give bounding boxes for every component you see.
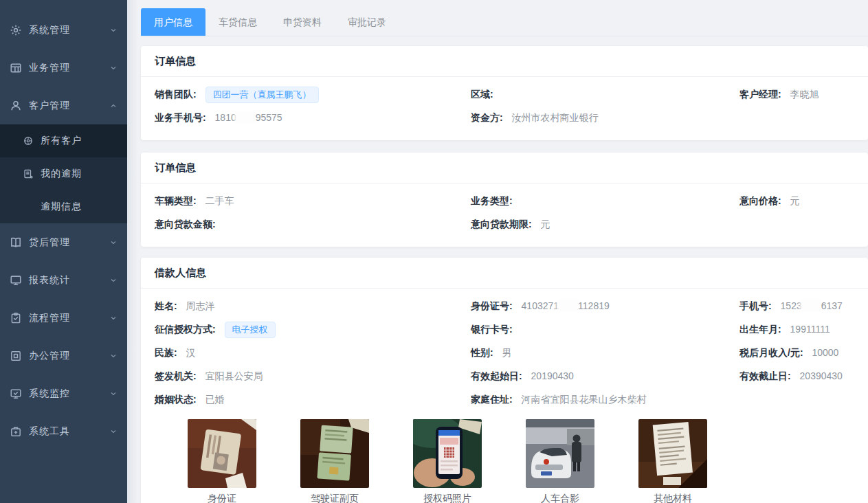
field-label: 资金方: bbox=[471, 112, 503, 123]
sidebar-item-label: 客户管理 bbox=[29, 100, 109, 112]
field-label: 业务手机号: bbox=[155, 112, 206, 123]
field-value: 周志洋 bbox=[186, 300, 215, 311]
photo-caption: 身份证 bbox=[188, 493, 256, 503]
field-value: 元 bbox=[790, 195, 800, 206]
document-photo-image bbox=[638, 419, 707, 488]
sidebar-item-office-management[interactable]: 办公管理 bbox=[0, 337, 127, 375]
chevron-down-icon bbox=[109, 238, 118, 247]
sidebar-subitem-my-overdue[interactable]: 我的逾期 bbox=[0, 157, 127, 190]
field-value: 已婚 bbox=[205, 394, 225, 405]
sidebar-item-business-management[interactable]: 业务管理 bbox=[0, 49, 127, 87]
field-label: 婚姻状态: bbox=[155, 394, 197, 405]
tab-car-loan-info[interactable]: 车贷信息 bbox=[205, 8, 270, 36]
tab-approval-records[interactable]: 审批记录 bbox=[335, 8, 399, 36]
id-card-photo-image bbox=[188, 419, 256, 488]
field-funder: 资金方: 汝州市农村商业银行 bbox=[471, 106, 739, 129]
sidebar-item-system-monitor[interactable]: 系统监控 bbox=[0, 375, 127, 412]
sidebar-subitem-overdue-info[interactable]: 逾期信息 bbox=[0, 190, 127, 223]
sidebar-item-label: 流程管理 bbox=[29, 312, 109, 324]
photo-caption: 其他材料 bbox=[638, 493, 707, 503]
field-intent-loan-amount: 意向贷款金额: bbox=[155, 212, 471, 236]
chevron-down-icon bbox=[109, 352, 118, 360]
field-business-type: 业务类型: bbox=[471, 189, 739, 212]
field-value: 4103271112819 bbox=[522, 300, 610, 311]
borrower-photos: 身份证 bbox=[188, 419, 854, 503]
license-booklet-photo-image bbox=[300, 419, 369, 488]
field-label: 家庭住址: bbox=[471, 394, 513, 405]
chevron-down-icon bbox=[109, 276, 118, 284]
field-value: 二手车 bbox=[205, 195, 234, 206]
sidebar-subitem-label: 逾期信息 bbox=[41, 201, 127, 213]
field-label: 客户经理: bbox=[739, 89, 781, 100]
field-mobile: 手机号: 15236137 bbox=[739, 294, 854, 317]
section-title: 借款人信息 bbox=[141, 258, 868, 289]
sidebar-subitem-label: 我的逾期 bbox=[41, 168, 127, 180]
sidebar-item-system-management[interactable]: 系统管理 bbox=[0, 11, 127, 49]
sidebar-item-label: 报表统计 bbox=[29, 274, 109, 287]
field-valid-to: 有效截止日: 20390430 bbox=[739, 364, 854, 388]
sidebar-item-system-tools[interactable]: 系统工具 bbox=[0, 412, 127, 450]
sidebar-item-report-statistics[interactable]: 报表统计 bbox=[0, 261, 127, 299]
photo-document-paper[interactable]: 其他材料 bbox=[638, 419, 707, 503]
auth-qr-photo-image bbox=[413, 419, 482, 488]
field-birth: 出生年月: 19911111 bbox=[739, 317, 854, 341]
detail-tabs: 用户信息 车贷信息 申贷资料 审批记录 bbox=[141, 8, 868, 36]
chevron-down-icon bbox=[109, 427, 118, 436]
chevron-down-icon bbox=[109, 64, 118, 72]
sales-team-tag: 四团一营（直属王鹏飞） bbox=[205, 87, 319, 103]
sidebar-item-label: 贷后管理 bbox=[29, 236, 109, 249]
field-value: 男 bbox=[502, 347, 512, 358]
field-customer-manager: 客户经理: 李晓旭 bbox=[739, 82, 854, 106]
field-value: 20390430 bbox=[800, 370, 843, 381]
field-label: 民族: bbox=[155, 347, 177, 358]
customers-icon bbox=[23, 135, 34, 146]
field-label: 区域: bbox=[471, 89, 493, 100]
field-label: 姓名: bbox=[155, 300, 177, 311]
borrower-info-card: 借款人信息 姓名: 周志洋 身份证号: 4103271112819 手机号: 1… bbox=[141, 258, 868, 503]
sidebar-item-postloan-management[interactable]: 贷后管理 bbox=[0, 223, 127, 261]
field-value: 宜阳县公安局 bbox=[205, 370, 263, 381]
field-value: 汝州市农村商业银行 bbox=[512, 112, 599, 123]
photo-person-with-car[interactable]: 人车合影 bbox=[526, 419, 594, 503]
field-vehicle-type: 车辆类型: 二手车 bbox=[155, 189, 471, 212]
tab-loan-application-docs[interactable]: 申贷资料 bbox=[270, 8, 335, 36]
monitor-check-icon bbox=[10, 388, 22, 400]
field-bank-card: 银行卡号: bbox=[471, 317, 739, 341]
grid-icon bbox=[10, 62, 22, 74]
sidebar-item-process-management[interactable]: 流程管理 bbox=[0, 299, 127, 337]
sidebar-item-label: 业务管理 bbox=[29, 62, 109, 74]
field-value: 李晓旭 bbox=[790, 89, 819, 100]
field-business-phone: 业务手机号: 181095575 bbox=[155, 106, 471, 129]
field-value: 元 bbox=[541, 219, 550, 230]
loan-intent-card: 订单信息 车辆类型: 二手车 业务类型: 意向价格: 元 bbox=[141, 153, 868, 247]
open-book-icon bbox=[10, 236, 22, 249]
sidebar-subitem-all-customers[interactable]: 所有客户 bbox=[0, 124, 127, 157]
field-ethnicity: 民族: 汉 bbox=[155, 341, 471, 364]
field-label: 意向贷款金额: bbox=[155, 219, 216, 230]
redaction-blur bbox=[802, 301, 821, 310]
field-intent-price: 意向价格: 元 bbox=[739, 189, 854, 212]
field-value: 181095575 bbox=[215, 112, 282, 123]
field-label: 有效截止日: bbox=[739, 370, 791, 381]
field-home-address: 家庭住址: 河南省宜阳县花果山乡木柴村 bbox=[471, 388, 739, 411]
photo-caption: 授权码照片 bbox=[413, 493, 482, 503]
sidebar-item-label: 系统管理 bbox=[29, 24, 109, 36]
chevron-up-icon bbox=[109, 102, 118, 110]
photo-auth-qr-code[interactable]: 授权码照片 bbox=[413, 419, 482, 503]
field-label: 税后月收入/元: bbox=[739, 347, 803, 358]
chevron-down-icon bbox=[109, 314, 118, 322]
sidebar: 系统管理 业务管理 客户管理 bbox=[0, 0, 127, 503]
main-content: 用户信息 车贷信息 申贷资料 审批记录 订单信息 销售团队: 四团一营（直属王鹏… bbox=[127, 0, 868, 503]
field-credit-auth: 征信授权方式: 电子授权 bbox=[155, 317, 471, 341]
tab-user-info[interactable]: 用户信息 bbox=[141, 8, 205, 36]
order-info-card: 订单信息 销售团队: 四团一营（直属王鹏飞） 区域: 客户经理: 李晓旭 bbox=[141, 46, 868, 140]
person-car-photo-image bbox=[526, 419, 594, 488]
field-marital-status: 婚姻状态: 已婚 bbox=[155, 388, 471, 411]
sidebar-item-customer-management[interactable]: 客户管理 bbox=[0, 87, 127, 124]
photo-id-card[interactable]: 身份证 bbox=[188, 419, 256, 503]
clipboard-icon bbox=[10, 312, 22, 324]
field-intent-loan-term: 意向贷款期限: 元 bbox=[471, 212, 739, 236]
user-icon bbox=[10, 100, 22, 112]
photo-license-booklet[interactable]: 驾驶证副页 bbox=[300, 419, 369, 503]
field-gender: 性别: 男 bbox=[471, 341, 739, 364]
